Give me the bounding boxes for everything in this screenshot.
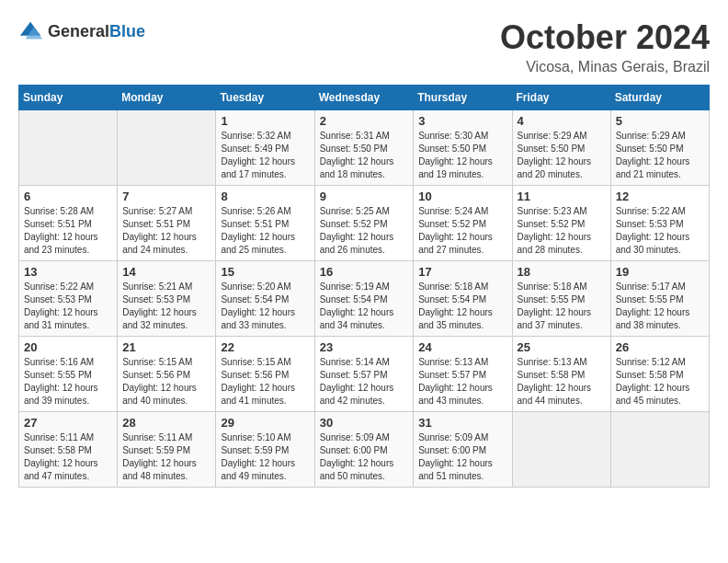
day-info: Sunrise: 5:14 AM Sunset: 5:57 PM Dayligh… bbox=[320, 356, 409, 408]
calendar-day-cell: 5Sunrise: 5:29 AM Sunset: 5:50 PM Daylig… bbox=[610, 110, 709, 186]
logo-icon bbox=[18, 18, 44, 44]
logo-text-general: General bbox=[48, 22, 109, 40]
logo-text-blue: Blue bbox=[109, 22, 145, 40]
calendar-day-cell: 24Sunrise: 5:13 AM Sunset: 5:57 PM Dayli… bbox=[414, 337, 512, 412]
calendar-day-cell: 2Sunrise: 5:31 AM Sunset: 5:50 PM Daylig… bbox=[314, 110, 414, 186]
day-info: Sunrise: 5:13 AM Sunset: 5:57 PM Dayligh… bbox=[418, 356, 506, 408]
day-info: Sunrise: 5:12 AM Sunset: 5:58 PM Dayligh… bbox=[616, 356, 704, 408]
day-info: Sunrise: 5:15 AM Sunset: 5:56 PM Dayligh… bbox=[221, 356, 309, 408]
day-number: 12 bbox=[616, 190, 704, 203]
calendar-week-row: 6Sunrise: 5:28 AM Sunset: 5:51 PM Daylig… bbox=[19, 186, 710, 261]
day-number: 10 bbox=[418, 190, 506, 203]
weekday-header-monday: Monday bbox=[118, 86, 216, 110]
day-info: Sunrise: 5:29 AM Sunset: 5:50 PM Dayligh… bbox=[616, 130, 704, 181]
day-number: 14 bbox=[122, 265, 210, 279]
weekday-header-sunday: Sunday bbox=[19, 86, 118, 110]
calendar-day-cell: 18Sunrise: 5:18 AM Sunset: 5:55 PM Dayli… bbox=[512, 261, 610, 337]
day-number: 23 bbox=[320, 340, 409, 354]
day-number: 2 bbox=[320, 114, 409, 128]
location-title: Vicosa, Minas Gerais, Brazil bbox=[500, 59, 710, 75]
day-number: 3 bbox=[418, 114, 506, 128]
logo: GeneralBlue bbox=[18, 18, 145, 44]
day-info: Sunrise: 5:10 AM Sunset: 5:59 PM Dayligh… bbox=[221, 431, 309, 483]
calendar-day-cell: 25Sunrise: 5:13 AM Sunset: 5:58 PM Dayli… bbox=[512, 337, 610, 412]
day-number: 27 bbox=[24, 416, 112, 430]
calendar-day-cell: 23Sunrise: 5:14 AM Sunset: 5:57 PM Dayli… bbox=[314, 337, 414, 412]
day-info: Sunrise: 5:15 AM Sunset: 5:56 PM Dayligh… bbox=[122, 356, 210, 408]
calendar-day-cell: 6Sunrise: 5:28 AM Sunset: 5:51 PM Daylig… bbox=[19, 186, 118, 261]
day-info: Sunrise: 5:13 AM Sunset: 5:58 PM Dayligh… bbox=[518, 356, 606, 408]
day-number: 20 bbox=[24, 340, 112, 354]
calendar-day-cell: 10Sunrise: 5:24 AM Sunset: 5:52 PM Dayli… bbox=[414, 186, 512, 261]
calendar-day-cell: 8Sunrise: 5:26 AM Sunset: 5:51 PM Daylig… bbox=[216, 186, 314, 261]
calendar-day-cell: 31Sunrise: 5:09 AM Sunset: 6:00 PM Dayli… bbox=[414, 412, 512, 488]
calendar-day-cell: 1Sunrise: 5:32 AM Sunset: 5:49 PM Daylig… bbox=[216, 110, 314, 186]
day-number: 8 bbox=[221, 190, 309, 203]
day-number: 17 bbox=[418, 265, 506, 279]
calendar-day-cell: 9Sunrise: 5:25 AM Sunset: 5:52 PM Daylig… bbox=[314, 186, 414, 261]
day-number: 15 bbox=[221, 265, 309, 279]
day-number: 26 bbox=[616, 340, 704, 354]
day-info: Sunrise: 5:22 AM Sunset: 5:53 PM Dayligh… bbox=[616, 205, 704, 257]
day-number: 22 bbox=[221, 340, 309, 354]
day-info: Sunrise: 5:32 AM Sunset: 5:49 PM Dayligh… bbox=[221, 130, 309, 181]
day-number: 28 bbox=[122, 416, 210, 430]
calendar-day-cell: 30Sunrise: 5:09 AM Sunset: 6:00 PM Dayli… bbox=[314, 412, 414, 488]
day-number: 30 bbox=[320, 416, 409, 430]
day-info: Sunrise: 5:26 AM Sunset: 5:51 PM Dayligh… bbox=[221, 205, 309, 257]
day-number: 7 bbox=[122, 190, 210, 203]
calendar-week-row: 27Sunrise: 5:11 AM Sunset: 5:58 PM Dayli… bbox=[19, 412, 710, 488]
calendar-day-cell: 14Sunrise: 5:21 AM Sunset: 5:53 PM Dayli… bbox=[118, 261, 216, 337]
day-number: 13 bbox=[24, 265, 112, 279]
day-info: Sunrise: 5:11 AM Sunset: 5:59 PM Dayligh… bbox=[122, 431, 210, 483]
day-info: Sunrise: 5:18 AM Sunset: 5:55 PM Dayligh… bbox=[518, 281, 606, 332]
calendar-day-cell: 15Sunrise: 5:20 AM Sunset: 5:54 PM Dayli… bbox=[216, 261, 314, 337]
day-info: Sunrise: 5:11 AM Sunset: 5:58 PM Dayligh… bbox=[24, 431, 112, 483]
calendar-table: SundayMondayTuesdayWednesdayThursdayFrid… bbox=[18, 85, 710, 488]
day-number: 4 bbox=[518, 114, 606, 128]
calendar-day-cell: 26Sunrise: 5:12 AM Sunset: 5:58 PM Dayli… bbox=[610, 337, 709, 412]
day-number: 29 bbox=[221, 416, 309, 430]
calendar-day-cell: 17Sunrise: 5:18 AM Sunset: 5:54 PM Dayli… bbox=[414, 261, 512, 337]
day-info: Sunrise: 5:25 AM Sunset: 5:52 PM Dayligh… bbox=[320, 205, 409, 257]
calendar-empty-cell bbox=[118, 110, 216, 186]
month-title: October 2024 bbox=[500, 18, 710, 57]
calendar-day-cell: 13Sunrise: 5:22 AM Sunset: 5:53 PM Dayli… bbox=[19, 261, 118, 337]
weekday-header-row: SundayMondayTuesdayWednesdayThursdayFrid… bbox=[19, 86, 710, 110]
calendar-day-cell: 19Sunrise: 5:17 AM Sunset: 5:55 PM Dayli… bbox=[610, 261, 709, 337]
calendar-empty-cell bbox=[19, 110, 118, 186]
calendar-day-cell: 4Sunrise: 5:29 AM Sunset: 5:50 PM Daylig… bbox=[512, 110, 610, 186]
day-info: Sunrise: 5:09 AM Sunset: 6:00 PM Dayligh… bbox=[418, 431, 506, 483]
day-info: Sunrise: 5:23 AM Sunset: 5:52 PM Dayligh… bbox=[518, 205, 606, 257]
day-number: 9 bbox=[320, 190, 409, 203]
page-header: GeneralBlue October 2024 Vicosa, Minas G… bbox=[18, 18, 710, 75]
day-info: Sunrise: 5:27 AM Sunset: 5:51 PM Dayligh… bbox=[122, 205, 210, 257]
weekday-header-thursday: Thursday bbox=[414, 86, 512, 110]
day-info: Sunrise: 5:31 AM Sunset: 5:50 PM Dayligh… bbox=[320, 130, 409, 181]
calendar-day-cell: 22Sunrise: 5:15 AM Sunset: 5:56 PM Dayli… bbox=[216, 337, 314, 412]
weekday-header-tuesday: Tuesday bbox=[216, 86, 314, 110]
day-info: Sunrise: 5:22 AM Sunset: 5:53 PM Dayligh… bbox=[24, 281, 112, 332]
weekday-header-friday: Friday bbox=[512, 86, 610, 110]
calendar-day-cell: 21Sunrise: 5:15 AM Sunset: 5:56 PM Dayli… bbox=[118, 337, 216, 412]
day-info: Sunrise: 5:17 AM Sunset: 5:55 PM Dayligh… bbox=[616, 281, 704, 332]
calendar-week-row: 13Sunrise: 5:22 AM Sunset: 5:53 PM Dayli… bbox=[19, 261, 710, 337]
calendar-day-cell: 3Sunrise: 5:30 AM Sunset: 5:50 PM Daylig… bbox=[414, 110, 512, 186]
weekday-header-wednesday: Wednesday bbox=[314, 86, 414, 110]
day-info: Sunrise: 5:24 AM Sunset: 5:52 PM Dayligh… bbox=[418, 205, 506, 257]
calendar-day-cell: 16Sunrise: 5:19 AM Sunset: 5:54 PM Dayli… bbox=[314, 261, 414, 337]
weekday-header-saturday: Saturday bbox=[610, 86, 709, 110]
day-number: 11 bbox=[518, 190, 606, 203]
day-info: Sunrise: 5:29 AM Sunset: 5:50 PM Dayligh… bbox=[518, 130, 606, 181]
day-number: 5 bbox=[616, 114, 704, 128]
day-info: Sunrise: 5:19 AM Sunset: 5:54 PM Dayligh… bbox=[320, 281, 409, 332]
calendar-empty-cell bbox=[610, 412, 709, 488]
calendar-day-cell: 28Sunrise: 5:11 AM Sunset: 5:59 PM Dayli… bbox=[118, 412, 216, 488]
calendar-day-cell: 29Sunrise: 5:10 AM Sunset: 5:59 PM Dayli… bbox=[216, 412, 314, 488]
title-area: October 2024 Vicosa, Minas Gerais, Brazi… bbox=[500, 18, 710, 75]
day-number: 6 bbox=[24, 190, 112, 203]
day-number: 31 bbox=[418, 416, 506, 430]
calendar-empty-cell bbox=[512, 412, 610, 488]
day-number: 24 bbox=[418, 340, 506, 354]
day-number: 18 bbox=[518, 265, 606, 279]
